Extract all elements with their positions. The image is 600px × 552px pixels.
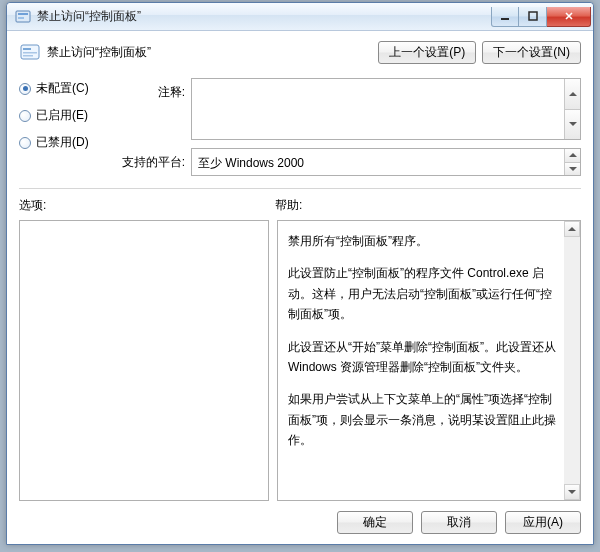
scroll-track[interactable] [564, 237, 580, 484]
platform-box[interactable]: 至少 Windows 2000 [191, 148, 581, 176]
field-column: 注释: 支持的平台: 至少 Windows 2000 [115, 78, 581, 176]
platform-label: 支持的平台: [115, 148, 185, 171]
radio-enabled-label: 已启用(E) [36, 107, 88, 124]
previous-setting-button[interactable]: 上一个设置(P) [378, 41, 476, 64]
radio-disabled[interactable]: 已禁用(D) [19, 134, 115, 151]
help-pane[interactable]: 禁用所有“控制面板”程序。 此设置防止“控制面板”的程序文件 Control.e… [277, 220, 581, 501]
scroll-up-button[interactable] [564, 221, 580, 237]
nav-buttons: 上一个设置(P) 下一个设置(N) [378, 41, 581, 64]
chevron-down-icon [569, 122, 577, 126]
state-radio-group: 未配置(C) 已启用(E) 已禁用(D) [19, 78, 115, 176]
apply-button[interactable]: 应用(A) [505, 511, 581, 534]
window-buttons [491, 7, 591, 27]
minimize-button[interactable] [491, 7, 519, 27]
spin-down-button[interactable] [564, 162, 580, 176]
help-paragraph: 此设置还从“开始”菜单删除“控制面板”。此设置还从 Windows 资源管理器删… [288, 337, 560, 378]
cancel-button[interactable]: 取消 [421, 511, 497, 534]
platform-value: 至少 Windows 2000 [198, 156, 304, 170]
chevron-up-icon [569, 153, 577, 157]
comment-textarea[interactable] [191, 78, 581, 140]
radio-not-configured[interactable]: 未配置(C) [19, 80, 115, 97]
radio-dot-icon [19, 83, 31, 95]
options-pane[interactable] [19, 220, 269, 501]
scroll-down-button[interactable] [564, 484, 580, 500]
options-label: 选项: [19, 197, 275, 214]
radio-enabled[interactable]: 已启用(E) [19, 107, 115, 124]
svg-rect-8 [23, 55, 33, 57]
svg-rect-0 [16, 11, 30, 22]
svg-rect-1 [18, 13, 28, 15]
titlebar[interactable]: 禁止访问“控制面板” [7, 3, 593, 31]
svg-rect-4 [529, 12, 537, 20]
platform-field: 支持的平台: 至少 Windows 2000 [115, 148, 581, 176]
spin-up-button[interactable] [564, 149, 580, 162]
config-row: 未配置(C) 已启用(E) 已禁用(D) 注释: 支持的平台: [19, 78, 581, 176]
spin-up-button[interactable] [564, 79, 580, 109]
chevron-down-icon [568, 490, 576, 494]
content-panes: 禁用所有“控制面板”程序。 此设置防止“控制面板”的程序文件 Control.e… [19, 220, 581, 501]
close-button[interactable] [547, 7, 591, 27]
help-scrollbar[interactable] [564, 221, 580, 500]
help-paragraph: 禁用所有“控制面板”程序。 [288, 231, 560, 251]
radio-disabled-label: 已禁用(D) [36, 134, 89, 151]
comment-spinner [564, 79, 580, 139]
radio-dot-icon [19, 137, 31, 149]
maximize-button[interactable] [519, 7, 547, 27]
policy-title: 禁止访问“控制面板” [47, 44, 378, 61]
help-paragraph: 此设置防止“控制面板”的程序文件 Control.exe 启动。这样，用户无法启… [288, 263, 560, 324]
chevron-up-icon [569, 92, 577, 96]
platform-spinner [564, 149, 580, 175]
help-paragraph: 如果用户尝试从上下文菜单上的“属性”项选择“控制面板”项，则会显示一条消息，说明… [288, 389, 560, 450]
cancel-label: 取消 [447, 514, 471, 531]
spin-down-button[interactable] [564, 109, 580, 140]
svg-rect-2 [18, 17, 24, 19]
dialog-footer: 确定 取消 应用(A) [19, 501, 581, 534]
svg-rect-6 [23, 48, 31, 50]
app-icon [15, 9, 31, 25]
next-setting-button[interactable]: 下一个设置(N) [482, 41, 581, 64]
chevron-down-icon [569, 167, 577, 171]
next-setting-label: 下一个设置(N) [493, 44, 570, 61]
comment-label: 注释: [115, 78, 185, 101]
separator [19, 188, 581, 189]
window-title: 禁止访问“控制面板” [37, 8, 491, 25]
chevron-up-icon [568, 227, 576, 231]
ok-button[interactable]: 确定 [337, 511, 413, 534]
policy-header: 禁止访问“控制面板” 上一个设置(P) 下一个设置(N) [19, 41, 581, 64]
pane-labels: 选项: 帮助: [19, 197, 581, 214]
svg-rect-3 [501, 18, 509, 20]
ok-label: 确定 [363, 514, 387, 531]
help-label: 帮助: [275, 197, 302, 214]
client-area: 禁止访问“控制面板” 上一个设置(P) 下一个设置(N) 未配置(C) 已启用(… [7, 31, 593, 544]
svg-rect-7 [23, 52, 37, 54]
policy-editor-window: 禁止访问“控制面板” 禁止访问“控制面板” 上一个设置(P) 下一个设置(N) … [6, 2, 594, 545]
radio-dot-icon [19, 110, 31, 122]
apply-label: 应用(A) [523, 514, 563, 531]
policy-icon [19, 42, 41, 64]
radio-not-configured-label: 未配置(C) [36, 80, 89, 97]
previous-setting-label: 上一个设置(P) [389, 44, 465, 61]
comment-field: 注释: [115, 78, 581, 140]
